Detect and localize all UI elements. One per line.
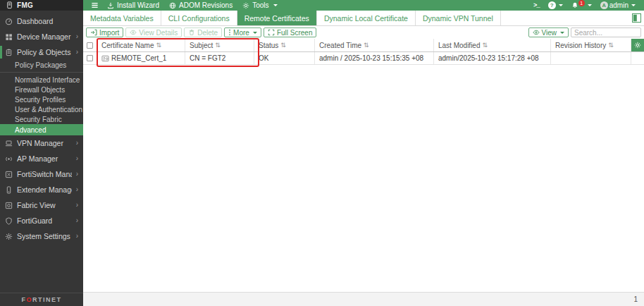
header-certificate-name[interactable]: Certificate Name ⇅ [97, 39, 185, 51]
bell-icon [571, 1, 578, 9]
fmg-document-icon [6, 1, 13, 9]
table-row[interactable]: REMOTE_Cert_1 CN = FGT2 OK admin / 2025-… [83, 52, 644, 65]
sidebar-item-fortiswitch-manager[interactable]: FortiSwitch Manager › [0, 166, 83, 182]
fabric-icon [5, 202, 13, 209]
eye-icon [130, 29, 137, 36]
top-menu-bar: Install Wizard ADOM Revisions Tools >_ [83, 0, 644, 11]
sidebar-item-extender-manager[interactable]: Extender Manager › [0, 182, 83, 197]
cli-console-button[interactable]: >_ [529, 0, 544, 11]
sidebar-subitem-advanced[interactable]: Advanced [0, 124, 83, 135]
app-logo-text: FMG [17, 1, 33, 9]
chevron-right-icon: › [76, 217, 78, 224]
username-label: admin [609, 1, 628, 9]
sidebar-item-system-settings[interactable]: System Settings › [0, 228, 83, 244]
cell-last-modified: admin/2025-10-23 15:17:28 +08 [434, 52, 551, 64]
select-all-checkbox[interactable] [87, 42, 93, 49]
sidebar-item-fabric-view[interactable]: Fabric View › [0, 197, 83, 213]
cell-created-time: admin / 2025-10-23 15:15:35 +08 [315, 52, 434, 64]
tab-dynamic-local-certificate[interactable]: Dynamic Local Certificate [317, 11, 416, 25]
toolbar: Import View Details Delete [83, 26, 644, 39]
certificate-icon [101, 55, 109, 62]
tab-remote-certificates[interactable]: Remote Certificates [237, 11, 317, 25]
notifications-button[interactable]: 1 [567, 0, 596, 11]
gauge-icon [5, 18, 13, 25]
sidebar-subitem-firewall-objects[interactable]: Firewall Objects [0, 85, 83, 94]
trash-icon [188, 29, 195, 36]
table-header: Certificate Name ⇅ Subject ⇅ Status ⇅ Cr… [83, 39, 644, 52]
full-screen-button[interactable]: Full Screen [264, 27, 317, 37]
tools-button[interactable]: Tools [237, 0, 282, 11]
view-details-button[interactable]: View Details [125, 27, 182, 37]
sidebar-item-vpn-manager[interactable]: VPN Manager › [0, 135, 83, 151]
install-wizard-button[interactable]: Install Wizard [102, 0, 164, 11]
tab-dynamic-vpn-tunnel[interactable]: Dynamic VPN Tunnel [416, 11, 501, 25]
header-created-time[interactable]: Created Time ⇅ [315, 39, 434, 51]
sidebar-subitem-security-fabric[interactable]: Security Fabric [0, 114, 83, 124]
grid-icon [5, 33, 13, 41]
chevron-right-icon: › [76, 140, 78, 147]
sort-icon: ⇅ [215, 42, 221, 49]
header-subject[interactable]: Subject ⇅ [185, 39, 254, 51]
gear-icon [634, 42, 641, 49]
header-revision-history[interactable]: Revision History ⇅ [551, 39, 631, 51]
sidebar-subitem-user-authentication[interactable]: User & Authentication [0, 104, 83, 114]
app-window: FMG Install Wizard ADOM Revisions [0, 0, 644, 306]
sidebar-item-dashboard[interactable]: Dashboard [0, 13, 83, 29]
fortinet-logo: FORTINET [0, 293, 83, 306]
tab-cli-configurations[interactable]: CLI Configurations [161, 11, 237, 25]
sidebar-item-device-manager[interactable]: Device Manager › [0, 29, 83, 44]
import-button[interactable]: Import [86, 27, 123, 37]
chevron-right-icon: › [76, 155, 78, 162]
sidebar-subitem-security-profiles[interactable]: Security Profiles [0, 94, 83, 104]
chevron-down-icon [560, 32, 564, 34]
help-menu-button[interactable]: ? [544, 0, 567, 11]
sidebar-item-policy-objects[interactable]: Policy & Objects › [0, 44, 83, 60]
chevron-right-icon: › [76, 233, 78, 240]
access-point-icon [5, 155, 13, 163]
brand-area: FMG [0, 0, 83, 11]
panel-toggle-button[interactable] [632, 11, 644, 25]
status-bar: 1 [83, 292, 644, 306]
terminal-icon: >_ [533, 2, 540, 9]
tab-bar: Metadata Variables CLI Configurations Re… [83, 11, 644, 26]
column-settings-button[interactable] [631, 39, 644, 51]
switch-icon [5, 171, 13, 178]
chevron-down-icon [588, 4, 592, 6]
chevron-right-icon: › [76, 49, 78, 56]
main-content: Metadata Variables CLI Configurations Re… [83, 11, 644, 306]
gear-icon [242, 2, 249, 9]
chevron-down-icon [631, 4, 636, 6]
cell-certificate-name: REMOTE_Cert_1 [97, 52, 185, 64]
hamburger-menu-icon[interactable] [87, 1, 102, 9]
dots-vertical-icon [228, 29, 231, 36]
header-last-modified[interactable]: Last Modified ⇅ [434, 39, 551, 51]
delete-button[interactable]: Delete [184, 27, 222, 37]
help-icon: ? [548, 1, 556, 9]
sidebar-item-ap-manager[interactable]: AP Manager › [0, 151, 83, 166]
more-button[interactable]: More [224, 27, 261, 37]
search-input[interactable] [571, 27, 641, 37]
select-all-cell [83, 39, 97, 51]
row-checkbox[interactable] [87, 55, 93, 61]
avatar: A [600, 1, 608, 9]
chevron-right-icon: › [76, 33, 78, 40]
sidebar-subitem-normalized-interface[interactable]: Normalized Interface [0, 75, 83, 85]
chevron-down-icon [253, 32, 257, 34]
sidebar-subitem-policy-packages[interactable]: Policy Packages [0, 60, 83, 70]
chevron-right-icon: › [76, 186, 78, 193]
shield-icon [5, 217, 13, 225]
notification-count-badge: 1 [578, 0, 585, 6]
adom-revisions-button[interactable]: ADOM Revisions [164, 0, 237, 11]
header-status[interactable]: Status ⇅ [254, 39, 315, 51]
tab-metadata-variables[interactable]: Metadata Variables [83, 11, 161, 25]
view-dropdown-button[interactable]: View [528, 27, 569, 37]
user-menu-button[interactable]: A admin [596, 0, 640, 11]
page-number: 1 [633, 295, 638, 303]
sidebar-item-fortiguard[interactable]: FortiGuard › [0, 213, 83, 228]
row-select-cell [83, 52, 97, 64]
sort-icon: ⇅ [482, 42, 488, 49]
cell-subject: CN = FGT2 [185, 52, 254, 64]
fullscreen-icon [268, 29, 275, 36]
laptop-icon [5, 140, 13, 147]
chevron-down-icon [559, 4, 563, 6]
